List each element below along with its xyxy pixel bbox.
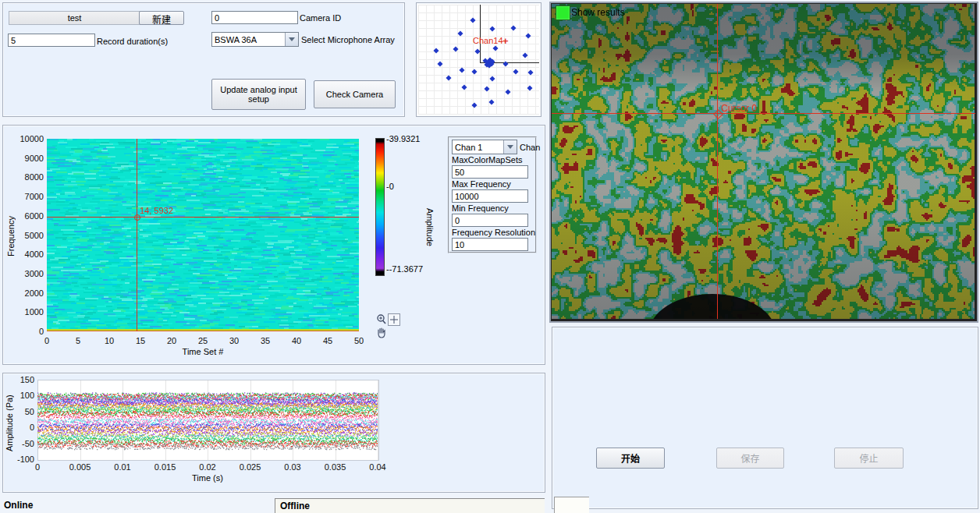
spectrogram-yticks: 1000090008000700060005000400030002000100… [14, 139, 44, 332]
actions-panel: 开始 保存 停止 [552, 327, 978, 509]
tick-label: 100 [20, 391, 34, 400]
config-panel: test 新建 Camera ID Record duration(s) BSW… [2, 2, 405, 117]
tick-label: 3000 [25, 269, 44, 278]
tick-label: 8000 [25, 172, 44, 182]
mic-position-dot [453, 46, 458, 51]
tick-label: 10000 [20, 134, 44, 143]
mic-cursor-cross-icon[interactable]: + [502, 37, 509, 45]
record-duration-label: Record duration(s) [97, 37, 168, 46]
tick-label: 20 [167, 336, 176, 345]
mic-position-dot [489, 26, 495, 31]
colorbar-max-label: -39.9321 [386, 134, 420, 143]
mic-position-dot [433, 48, 439, 53]
spectrogram-xticks: 05101520253035404550 [47, 336, 359, 345]
min-frequency-label: Min Frequency [452, 203, 535, 213]
tick-label: 45 [323, 336, 332, 345]
spectrogram-cursor-vline[interactable] [137, 139, 137, 331]
channel-select[interactable]: Chan 1 [452, 140, 517, 154]
show-results-label: Show results [571, 7, 625, 18]
new-button[interactable]: 新建 [139, 11, 184, 25]
camera-cursor-label: Cursor 0 [721, 103, 757, 114]
mic-array-y-axis [480, 5, 481, 62]
tick-label: 0.04 [369, 462, 385, 472]
record-duration-input[interactable] [8, 34, 95, 47]
tick-label: 10 [105, 336, 114, 345]
camera-id-label: Camera ID [300, 13, 341, 23]
tick-label: 15 [136, 336, 145, 345]
status-corner-box [554, 497, 589, 513]
waveform-plot[interactable] [37, 380, 378, 459]
camera-image[interactable] [552, 4, 975, 319]
tick-label: 0 [30, 423, 34, 432]
tick-label: 50 [25, 407, 34, 416]
save-button[interactable]: 保存 [716, 448, 784, 469]
tick-label: 0 [35, 462, 40, 472]
zoom-tool-icon[interactable] [375, 313, 388, 326]
chevron-down-icon[interactable] [503, 140, 517, 154]
camera-view-panel: Cursor 0 Show results [549, 2, 978, 323]
tick-label: 0 [39, 327, 44, 336]
max-frequency-label: Max Frequency [452, 179, 535, 189]
spectrogram-xlabel: Time Set # [156, 347, 250, 356]
chevron-down-icon[interactable] [285, 33, 298, 46]
tick-label: 1000 [25, 307, 44, 317]
tick-label: 0.005 [69, 462, 91, 472]
mic-position-dot [505, 89, 510, 94]
channel-value: Chan 1 [453, 143, 503, 152]
mic-position-dot [459, 67, 464, 73]
chan-label: Chan [520, 143, 540, 152]
tick-label: -100 [17, 455, 34, 464]
mic-cursor-label: Chan14 [473, 36, 503, 45]
cursor-tool-icon[interactable] [388, 313, 400, 326]
spectrogram-plot[interactable] [47, 139, 359, 331]
tick-label: 5000 [25, 231, 44, 240]
max-colormap-input[interactable] [452, 165, 528, 179]
mic-position-dot [522, 52, 527, 58]
mic-array-value: BSWA 36A [212, 35, 285, 44]
tick-label: 30 [229, 336, 239, 345]
waveform-yticks: 150100500-50-100 [11, 380, 34, 460]
mic-position-dot [527, 85, 532, 90]
colorbar-mid-label: -0 [386, 182, 394, 191]
tick-label: 0.03 [284, 462, 300, 472]
tick-label: 5 [76, 336, 80, 345]
show-results-indicator[interactable] [556, 5, 570, 20]
camera-cursor-hline[interactable] [552, 113, 975, 114]
tick-label: 150 [20, 375, 34, 384]
mic-position-dot [492, 45, 498, 51]
camera-cursor-vline[interactable] [717, 4, 718, 319]
mic-position-dot [527, 69, 533, 75]
mic-position-dot [470, 17, 475, 23]
pan-tool-icon[interactable] [375, 327, 400, 339]
tick-label: 40 [292, 336, 301, 345]
start-button[interactable]: 开始 [596, 448, 665, 469]
waveform-panel: Amplitude (Pa) 150100500-50-100 00.0050.… [2, 373, 545, 493]
offline-status-label: Offline [275, 499, 545, 513]
offline-status-bar: Offline [275, 498, 545, 513]
tick-label: 6000 [25, 211, 44, 221]
tick-label: 7000 [25, 192, 44, 201]
mic-array-label: Select Microphone Array [301, 35, 395, 44]
check-camera-button[interactable]: Check Camera [314, 80, 396, 108]
mic-array-plot[interactable]: Chan14 + [418, 5, 539, 115]
max-frequency-input[interactable] [452, 189, 528, 203]
spectrogram-panel: Frequency 100009000800070006000500040003… [2, 125, 545, 365]
max-colormap-label: MaxColorMapSets [452, 155, 535, 165]
stop-button[interactable]: 停止 [834, 448, 904, 469]
acoustic-camera-app: test 新建 Camera ID Record duration(s) BSW… [0, 0, 980, 513]
tick-label: 25 [198, 336, 208, 345]
waveform-xlabel: Time (s) [161, 473, 254, 483]
spectrogram-cursor-center-marker[interactable] [134, 214, 140, 221]
tick-label: 35 [261, 336, 270, 345]
update-analog-input-button[interactable]: Update analog input setup [211, 79, 306, 110]
session-name-input[interactable]: test [9, 11, 140, 25]
spectrogram-cursor-label: 14, 5932 [140, 206, 173, 215]
frequency-resolution-label: Frequency Resolution [452, 228, 535, 237]
online-status-label: Online [4, 500, 33, 511]
mic-array-select[interactable]: BSWA 36A [211, 32, 299, 47]
frequency-resolution-input[interactable] [452, 238, 528, 251]
spectrogram-cursor-hline[interactable] [47, 217, 359, 218]
min-frequency-input[interactable] [452, 214, 528, 227]
mic-position-dot [484, 86, 489, 91]
camera-id-input[interactable] [211, 11, 298, 24]
